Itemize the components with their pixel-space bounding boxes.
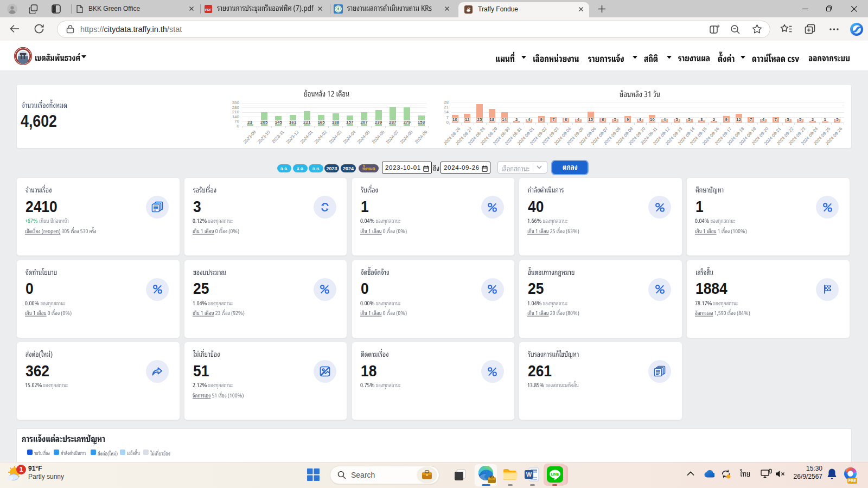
svg-text:LINE: LINE [551,472,559,476]
svg-text:PDF: PDF [205,8,212,11]
svg-text:W: W [526,471,532,478]
svg-text:1: 1 [20,466,23,473]
